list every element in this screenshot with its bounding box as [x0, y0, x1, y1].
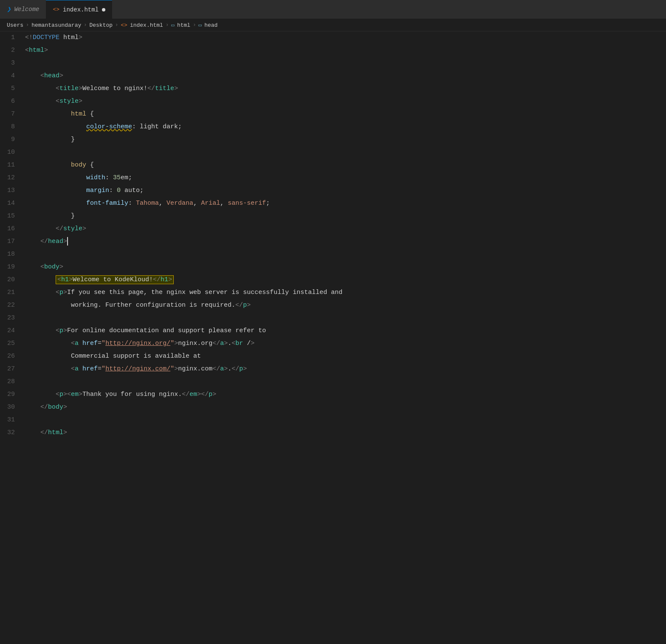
code-line-9: 9 }: [0, 133, 666, 146]
breadcrumb-indexhtml[interactable]: index.html: [130, 22, 163, 28]
line-content-11[interactable]: body {: [23, 159, 666, 172]
breadcrumb-html[interactable]: html: [177, 22, 190, 28]
line-content-28: [23, 376, 666, 388]
code-line-7: 7 html {: [0, 108, 666, 121]
code-line-26: 26 Commercial support is available at: [0, 350, 666, 363]
line-content-10: [23, 146, 666, 159]
code-line-30: 30 </body>: [0, 401, 666, 414]
line-num-27: 27: [0, 363, 23, 376]
code-line-6: 6 <style>: [0, 95, 666, 108]
line-num-29: 29: [0, 388, 23, 401]
code-line-14: 14 font-family: Tahoma, Verdana, Arial, …: [0, 197, 666, 210]
line-content-32[interactable]: </html>: [23, 427, 666, 439]
line-content-8[interactable]: color-scheme: light dark;: [23, 121, 666, 133]
code-line-2: 2 <html>: [0, 44, 666, 57]
tab-index-html-label: index.html: [63, 6, 99, 13]
line-num-24: 24: [0, 325, 23, 337]
line-num-12: 12: [0, 172, 23, 184]
line-content-20[interactable]: <h1>Welcome to KodeKloud!</h1>: [23, 274, 666, 286]
breadcrumb-users[interactable]: Users: [7, 22, 23, 28]
code-line-19: 19 <body>: [0, 261, 666, 274]
line-content-24[interactable]: <p>For online documentation and support …: [23, 325, 666, 337]
line-content-23: [23, 312, 666, 325]
code-line-25: 25 <a href="http://nginx.org/">nginx.org…: [0, 337, 666, 350]
line-num-2: 2: [0, 44, 23, 57]
line-num-3: 3: [0, 57, 23, 70]
line-num-9: 9: [0, 133, 23, 146]
breadcrumb-sep-5: ›: [193, 22, 196, 28]
breadcrumb-html-icon: <>: [121, 22, 127, 28]
code-line-28: 28: [0, 376, 666, 388]
code-line-21: 21 <p>If you see this page, the nginx we…: [0, 286, 666, 299]
code-line-29: 29 <p><em>Thank you for using nginx.</em…: [0, 388, 666, 401]
line-content-31: [23, 414, 666, 427]
tab-bar: ❯ Welcome <> index.html: [0, 0, 666, 19]
line-num-11: 11: [0, 159, 23, 172]
line-num-22: 22: [0, 299, 23, 312]
line-content-5[interactable]: <title>Welcome to nginx!</title>: [23, 82, 666, 95]
code-line-27: 27 <a href="http://nginx.com/">nginx.com…: [0, 363, 666, 376]
line-content-4[interactable]: <head>: [23, 70, 666, 82]
line-num-20: 20: [0, 274, 23, 286]
line-content-27[interactable]: <a href="http://nginx.com/">nginx.com</a…: [23, 363, 666, 376]
breadcrumb-desktop[interactable]: Desktop: [89, 22, 113, 28]
line-num-10: 10: [0, 146, 23, 159]
line-content-2[interactable]: <html>: [23, 44, 666, 57]
breadcrumb-sep-1: ›: [26, 22, 29, 28]
line-content-18: [23, 248, 666, 261]
breadcrumb-sep-4: ›: [166, 22, 169, 28]
breadcrumb-hemantasundaray[interactable]: hemantasundaray: [31, 22, 81, 28]
line-num-8: 8: [0, 121, 23, 133]
line-num-13: 13: [0, 184, 23, 197]
tab-modified-dot: [102, 8, 105, 11]
line-content-25[interactable]: <a href="http://nginx.org/">nginx.org</a…: [23, 337, 666, 350]
code-editor: 1 <!DOCTYPE html> 2 <html> 3 4 <head> 5 …: [0, 31, 666, 439]
line-content-21[interactable]: <p>If you see this page, the nginx web s…: [23, 286, 666, 299]
breadcrumb-sep-2: ›: [84, 22, 87, 28]
breadcrumb-head[interactable]: head: [204, 22, 217, 28]
line-content-7[interactable]: html {: [23, 108, 666, 121]
line-content-16[interactable]: </style>: [23, 223, 666, 235]
line-num-17: 17: [0, 235, 23, 248]
code-line-1: 1 <!DOCTYPE html>: [0, 31, 666, 44]
line-content-22[interactable]: working. Further configuration is requir…: [23, 299, 666, 312]
line-content-17[interactable]: </head>: [23, 235, 666, 248]
line-content-1[interactable]: <!DOCTYPE html>: [23, 31, 666, 44]
line-num-5: 5: [0, 82, 23, 95]
line-num-18: 18: [0, 248, 23, 261]
tab-index-html[interactable]: <> index.html: [46, 0, 112, 19]
line-num-19: 19: [0, 261, 23, 274]
line-content-9[interactable]: }: [23, 133, 666, 146]
line-num-1: 1: [0, 31, 23, 44]
line-content-19[interactable]: <body>: [23, 261, 666, 274]
tab-welcome[interactable]: ❯ Welcome: [0, 0, 46, 19]
code-line-16: 16 </style>: [0, 223, 666, 235]
code-line-23: 23: [0, 312, 666, 325]
tab-welcome-label: Welcome: [14, 6, 40, 13]
code-line-22: 22 working. Further configuration is req…: [0, 299, 666, 312]
code-line-12: 12 width: 35em;: [0, 172, 666, 184]
breadcrumb-html-element-icon: ▭: [171, 22, 175, 28]
line-num-30: 30: [0, 401, 23, 414]
code-line-31: 31: [0, 414, 666, 427]
breadcrumb-sep-3: ›: [115, 22, 118, 28]
code-line-5: 5 <title>Welcome to nginx!</title>: [0, 82, 666, 95]
line-content-14[interactable]: font-family: Tahoma, Verdana, Arial, san…: [23, 197, 666, 210]
line-num-26: 26: [0, 350, 23, 363]
line-num-7: 7: [0, 108, 23, 121]
line-content-6[interactable]: <style>: [23, 95, 666, 108]
line-num-21: 21: [0, 286, 23, 299]
code-line-10: 10: [0, 146, 666, 159]
code-line-17: 17 </head>: [0, 235, 666, 248]
line-content-3: [23, 57, 666, 70]
code-line-20: 20 <h1>Welcome to KodeKloud!</h1>: [0, 274, 666, 286]
line-content-12[interactable]: width: 35em;: [23, 172, 666, 184]
breadcrumb-head-element-icon: ▭: [198, 22, 202, 28]
line-content-15[interactable]: }: [23, 210, 666, 223]
code-line-15: 15 }: [0, 210, 666, 223]
line-content-30[interactable]: </body>: [23, 401, 666, 414]
line-content-29[interactable]: <p><em>Thank you for using nginx.</em></…: [23, 388, 666, 401]
html-file-icon: <>: [53, 6, 59, 13]
line-content-26[interactable]: Commercial support is available at: [23, 350, 666, 363]
line-content-13[interactable]: margin: 0 auto;: [23, 184, 666, 197]
